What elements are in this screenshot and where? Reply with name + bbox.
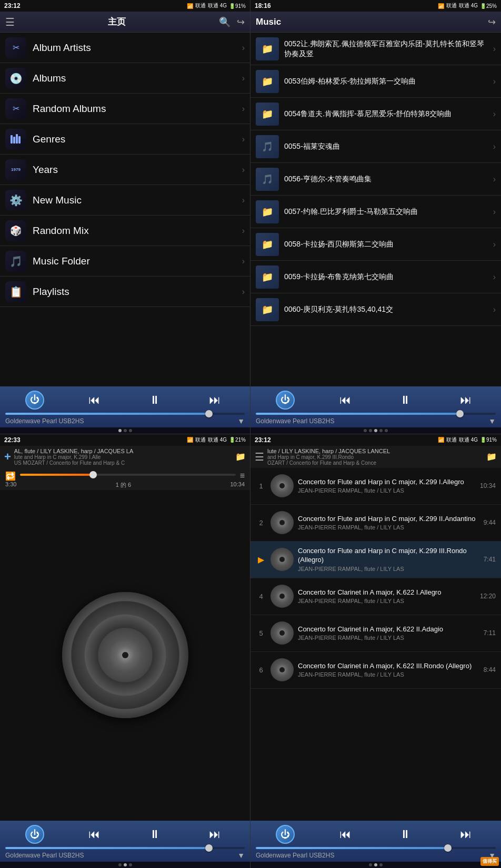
menu-item-random-albums[interactable]: ✂ Random Albums › (0, 94, 250, 124)
dot-4-3 (379, 863, 383, 866)
prev-button-2[interactable]: ⏮ (335, 391, 355, 409)
forward-icon[interactable]: ↪ (237, 16, 245, 28)
power-button-4[interactable]: ⏻ (276, 825, 295, 844)
track-info-4: lute / LILY LASKINE, harp / JACQUES LANC… (267, 448, 483, 466)
music-item-3[interactable]: 📁 0054鲁道夫.肯佩指挥-慕尼黑爱乐-舒伯特第8交响曲 › (250, 98, 501, 130)
folder-icon-4[interactable]: 📁 (486, 452, 497, 462)
playback-controls-2: ⏻ ⏮ ⏸ ⏭ (256, 391, 496, 410)
music-item-5[interactable]: 🎵 0056-亨德尔-木管奏鸣曲集 › (250, 163, 501, 196)
menu-label-random-mix: Random Mix (33, 225, 238, 237)
device-label-1: Goldenwave Pearl USB2HS ▼ (5, 417, 245, 425)
progress-thumb-4[interactable] (444, 844, 452, 852)
progress-thumb-1[interactable] (205, 410, 213, 417)
menu-icon[interactable]: ☰ (5, 16, 15, 28)
svg-rect-0 (11, 135, 13, 144)
next-button-3[interactable]: ⏭ (205, 825, 225, 843)
repeat-icon-3[interactable]: 🔁 (5, 471, 16, 481)
track-item-4[interactable]: 4 Concerto for Clarinet in A major, K.62… (250, 578, 501, 615)
track-artist-2: JEAN-PIERRE RAMPAL, flute / LILY LAS (298, 524, 480, 530)
pause-button-3[interactable]: ⏸ (145, 825, 165, 843)
menu-item-random-mix[interactable]: 🎲 Random Mix › (0, 216, 250, 246)
music-item-9[interactable]: 📁 0060-庚贝利克-莫扎特35,40,41交 › (250, 293, 501, 326)
music-title-6: 0057-约翰.巴比罗利爵士-马勒第五交响曲 (284, 207, 490, 216)
menu-item-playlists[interactable]: 📋 Playlists › (0, 277, 250, 307)
next-button-4[interactable]: ⏭ (456, 825, 476, 843)
forward-icon-2[interactable]: ↪ (488, 16, 496, 28)
menu-item-albums[interactable]: 💿 Albums › (0, 63, 250, 94)
progress-thumb-2[interactable] (456, 410, 464, 417)
progress-thumb-3[interactable] (89, 471, 97, 478)
progress-bar-3b[interactable] (5, 847, 245, 849)
menu-item-album-artists[interactable]: ✂ Album Artists › (0, 33, 250, 63)
track-thumb-6 (270, 658, 294, 681)
dot-2-4 (379, 429, 383, 432)
music-arrow-9: › (493, 305, 496, 314)
track-artist-5: JEAN-PIERRE RAMPAL, flute / LILY LAS (298, 635, 480, 641)
dropdown-arrow-3[interactable]: ▼ (237, 851, 245, 860)
music-item-1[interactable]: 📁 0052让.弗朗索瓦.佩拉德领军百雅室内乐团-莫扎特长笛和竖琴协奏及竖 › (250, 33, 501, 65)
power-button-3[interactable]: ⏻ (25, 825, 44, 844)
pause-button-4[interactable]: ⏸ (395, 825, 415, 843)
pause-button-1[interactable]: ⏸ (145, 391, 165, 409)
track-info-3: AL, flute / LILY LASKINE, harp / JACQUES… (14, 448, 232, 466)
next-button-2[interactable]: ⏭ (456, 391, 476, 409)
menu-label-music-folder: Music Folder (33, 256, 238, 267)
pause-button-2[interactable]: ⏸ (395, 391, 415, 409)
player-time-3: 3:30 1 的 6 10:34 (5, 481, 245, 489)
track-item-5[interactable]: 5 Concerto for Clarinet in A major, K.62… (250, 615, 501, 652)
music-item-2[interactable]: 📁 0053伯姆-柏林爱乐-勃拉姆斯第一交响曲 › (250, 65, 501, 98)
menu-icon-4[interactable]: ☰ (255, 451, 264, 463)
track-duration-4: 12:20 (480, 593, 496, 600)
dot-1-3 (129, 429, 132, 432)
device-name-4: Goldenwave Pearl USB2HS (256, 852, 334, 859)
prev-button-3[interactable]: ⏮ (84, 825, 104, 843)
music-thumb-3: 📁 (256, 103, 279, 126)
add-icon-3[interactable]: + (4, 450, 11, 464)
progress-bar-2[interactable] (256, 413, 496, 415)
progress-thumb-3b[interactable] (205, 844, 213, 852)
menu-item-genres[interactable]: Genres › (0, 124, 250, 155)
device-label-4: Goldenwave Pearl USB2HS ▼ (256, 851, 496, 860)
vinyl-hole (122, 652, 128, 658)
playback-controls-3: ⏻ ⏮ ⏸ ⏭ (5, 825, 245, 844)
prev-button-4[interactable]: ⏮ (335, 825, 355, 843)
menu-item-music-folder[interactable]: 🎵 Music Folder › (0, 246, 250, 277)
power-button-2[interactable]: ⏻ (276, 391, 295, 410)
search-icon[interactable]: 🔍 (219, 16, 231, 28)
progress-bar-3[interactable] (20, 474, 236, 476)
control-bar-3: ⏻ ⏮ ⏸ ⏭ Goldenwave Pearl USB2HS ▼ (0, 821, 250, 862)
prev-button-1[interactable]: ⏮ (84, 391, 104, 409)
dot-3-active (124, 863, 127, 866)
menu-item-years[interactable]: 1979 Years › (0, 155, 250, 185)
dropdown-arrow-2[interactable]: ▼ (488, 417, 496, 425)
track-list: 1 Concerto for Flute and Harp in C major… (250, 468, 501, 821)
progress-bar-1[interactable] (5, 413, 245, 415)
folder-icon-3[interactable]: 📁 (235, 452, 246, 462)
status-time-4: 23:12 (255, 436, 271, 444)
dropdown-arrow-4[interactable]: ▼ (488, 851, 496, 860)
track-item-6[interactable]: 6 Concerto for Clarinet in A major, K.62… (250, 652, 501, 689)
music-arrow-2: › (493, 77, 496, 86)
status-bar-4: 23:12 📶 联通 联通 4G 🔋91% (250, 434, 501, 446)
list-icon-3[interactable]: ≡ (240, 471, 245, 481)
track-num-5: 5 (256, 629, 266, 637)
music-info-8: 0059-卡拉扬-布鲁克纳第七交响曲 (284, 272, 490, 281)
music-item-7[interactable]: 📁 0058-卡拉扬-西贝柳斯第二交响曲 › (250, 228, 501, 261)
progress-bar-4[interactable] (256, 847, 496, 849)
track-num-6: 6 (256, 666, 266, 674)
track-duration-5: 7:11 (484, 629, 496, 637)
music-item-4[interactable]: 🎵 0055-福莱安魂曲 › (250, 130, 501, 163)
track-item-1[interactable]: 1 Concerto for Flute and Harp in C major… (250, 468, 501, 505)
dropdown-arrow-1[interactable]: ▼ (237, 417, 245, 425)
power-button-1[interactable]: ⏻ (25, 391, 44, 410)
music-arrow-3: › (493, 109, 496, 119)
music-item-8[interactable]: 📁 0059-卡拉扬-布鲁克纳第七交响曲 › (250, 261, 501, 293)
header-icons-1: 🔍 ↪ (219, 16, 245, 28)
track-info-item-6: Concerto for Clarinet in A major, K.622 … (298, 662, 480, 678)
next-button-1[interactable]: ⏭ (205, 391, 225, 409)
music-info-5: 0056-亨德尔-木管奏鸣曲集 (284, 174, 490, 183)
menu-item-new-music[interactable]: ⚙️ New Music › (0, 185, 250, 216)
track-item-3[interactable]: ▶ Concerto for Flute and Harp in C major… (250, 542, 501, 578)
track-item-2[interactable]: 2 Concerto for Flute and Harp in C major… (250, 505, 501, 542)
music-item-6[interactable]: 📁 0057-约翰.巴比罗利爵士-马勒第五交响曲 › (250, 196, 501, 228)
